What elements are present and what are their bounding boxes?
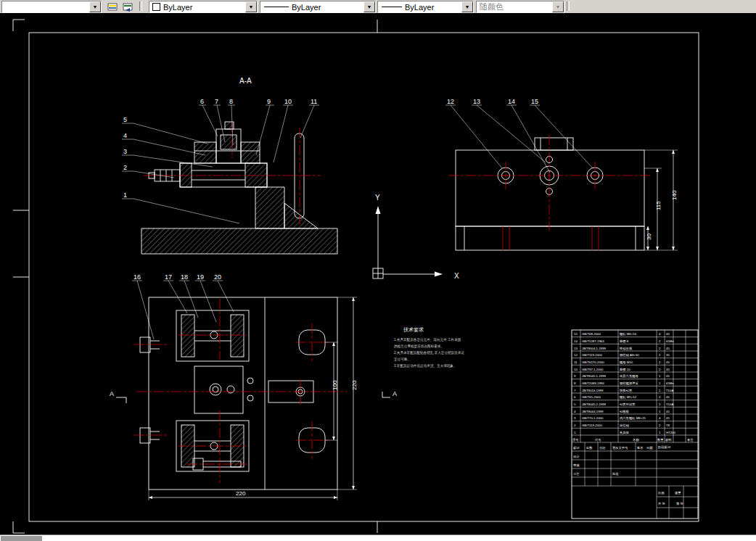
titleblock-sign: 签名 [637,446,644,450]
sheet-frame [13,20,699,533]
parts-list-cell: 35 [666,353,670,357]
parts-list-cell: 15 [574,332,578,336]
parts-list-and-titleblock: 15GB/T68-2000螺钉 M6×1644514GB/T5287-1964垫… [572,330,698,519]
linetype-combo-dropdown-icon[interactable]: ▼ [363,1,375,12]
color-combo-dropdown-icon[interactable]: ▼ [245,1,257,12]
parts-list-cell: 45 [666,368,670,371]
callout-4: 4 [123,132,127,139]
parts-list-cell: 14 [574,339,578,343]
callout-2: 2 [123,164,127,171]
linetype-combo[interactable]: ByLayer ▼ [260,1,376,13]
parts-list-cell: 65Mn [666,339,674,343]
titleblock-zone: 分区 [599,446,606,450]
parts-list-cell: 10 [574,368,578,371]
linetype-combo-value: ByLayer [289,3,363,12]
parts-list-cell: 3 [574,416,576,420]
titleblock-check: 审核 [573,463,580,467]
section-mark-a-right: A [393,390,397,397]
lineweight-glyph [382,7,402,7]
parts-list-cell: GB/T119-2000 [582,353,602,357]
section-mark-a-left: A [110,390,114,397]
parts-list-cell: 12 [574,353,578,357]
drawing-canvas[interactable]: A-A 5 [0,13,756,534]
parts-list-cell: 13 [574,347,578,350]
parts-list-cell: 定位销 [620,424,630,427]
make-layer-current-button[interactable] [102,1,118,12]
parts-list-cell: 内六角螺钉 M8×25 [620,416,646,421]
lineweight-combo[interactable]: ByLayer ▼ [377,1,474,13]
callout-14: 14 [508,98,515,105]
section-view-callouts: 5 4 3 2 1 6 7 8 9 10 11 [122,98,319,223]
color-combo-value: ByLayer [160,3,245,12]
parts-list-cell: 带肩六角螺母 [620,374,638,379]
parts-list-cell: 9 [574,374,576,378]
parts-list-cell: 1 [659,410,661,413]
parts-list-cell: 45 [666,410,670,413]
top-view: 140 115 30 [448,135,678,250]
titleblock-count: 处数 [586,446,593,450]
plan-view: A A 100 220 220 [110,297,397,500]
callout-17: 17 [165,273,172,281]
y-axis-label: Y [375,194,380,202]
titleblock-process: 工艺 [573,472,580,476]
parts-list-cell: JB/T8045.2-1999 [582,402,607,406]
parts-list-cell: 45 [666,374,670,378]
parts-header-name: 名称 [633,438,639,442]
callout-7: 7 [215,98,218,105]
plotstyle-combo: 随颜色 ▼ [476,1,564,13]
dim-100: 100 [332,380,338,390]
color-combo[interactable]: ByLayer ▼ [149,1,258,13]
toolbar-separator [567,1,570,11]
parts-list-cell: 7 [574,389,576,392]
status-strip [0,534,756,541]
parts-list-cell: 夹具体 [619,431,630,434]
parts-list-cell: 螺钉 M6×16 [620,332,637,336]
parts-list-cell: JB/T8044-1999 [582,410,604,413]
callout-20: 20 [214,273,221,281]
titleblock-doc: 更改文件号 [612,446,628,450]
parts-list-cell: 快换钻套 [619,389,633,392]
parts-list-cell: 1 [659,402,661,406]
callout-15: 15 [531,98,538,105]
parts-list-cell: 45 [666,347,670,350]
plotstyle-combo-value: 随颜色 [477,1,552,12]
layer-combo[interactable]: ▼ [1,1,102,13]
parts-list-cell: 11 [574,360,578,364]
titleblock-date: 日期 [646,446,653,450]
properties-toolbar: ▼ ByLayer ▼ ByLayer ▼ [0,0,756,14]
parts-list-cell: GB/T70.1-2000 [582,416,604,420]
titleblock-scale-label: 比例 [658,491,665,495]
note-line: 3.装配后运动件应运动灵活、无卡滞现象。 [394,363,457,368]
layer-previous-button[interactable] [118,1,133,12]
parts-list-cell: 2 [659,368,661,371]
parts-header-note: 备注 [687,438,694,442]
section-title: A-A [239,77,252,85]
titleblock-approve: 批准 [612,472,619,476]
callout-5: 5 [123,116,127,123]
parts-list-cell: 2 [659,424,661,427]
parts-list-cell: 垫圈 8 [620,339,629,343]
parts-list-cell: 4 [659,416,661,420]
toolbar-separator [139,1,142,11]
parts-list-cell: 1 [659,431,661,434]
callout-9: 9 [267,98,271,105]
callout-18: 18 [181,273,188,281]
parts-list-cell: 45 [666,395,670,399]
top-view-callouts: 12 13 14 15 [445,98,593,173]
parts-list-cell: 2 [574,424,576,427]
parts-header-qty: 数量 [657,438,664,442]
lineweight-combo-dropdown-icon[interactable]: ▼ [461,1,473,12]
color-swatch [152,3,160,11]
parts-list-cell: JB/T8045.1-1999 [582,374,607,378]
dim-220-horizontal: 220 [236,490,246,497]
drawing: A-A 5 [0,13,756,534]
parts-list-cell: 2 [659,360,661,364]
parts-list-cell: 1 [574,431,576,434]
dim-115: 115 [655,201,662,210]
dim-140: 140 [671,190,678,200]
layer-combo-dropdown-icon[interactable]: ▼ [89,1,101,12]
parts-list-cell: 45 [666,360,670,364]
plotstyle-combo-dropdown-icon: ▼ [552,1,564,12]
note-line: 2.夹具体装配后配钻各销孔,装入定位销后应保证 [394,350,464,355]
linetype-glyph [264,7,289,7]
